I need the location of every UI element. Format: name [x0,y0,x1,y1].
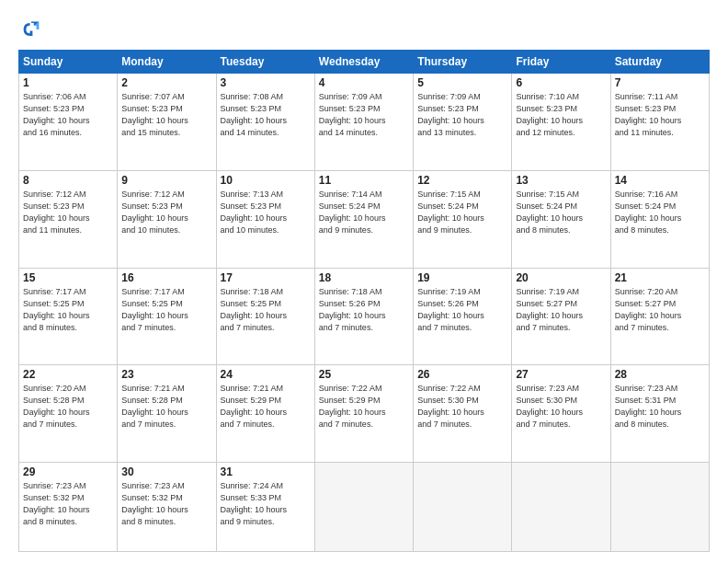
day-info: Sunrise: 7:14 AM Sunset: 5:24 PM Dayligh… [319,189,409,236]
day-number: 4 [319,76,409,89]
calendar-cell: 28Sunrise: 7:23 AM Sunset: 5:31 PM Dayli… [610,365,709,463]
calendar-cell: 27Sunrise: 7:23 AM Sunset: 5:30 PM Dayli… [512,365,610,463]
calendar-header-thursday: Thursday [414,51,512,74]
calendar-week-2: 8Sunrise: 7:12 AM Sunset: 5:23 PM Daylig… [19,170,710,268]
day-number: 18 [319,271,409,284]
calendar-cell: 9Sunrise: 7:12 AM Sunset: 5:23 PM Daylig… [118,170,216,268]
day-number: 16 [121,271,211,284]
calendar-table: SundayMondayTuesdayWednesdayThursdayFrid… [18,50,710,552]
calendar-cell: 24Sunrise: 7:21 AM Sunset: 5:29 PM Dayli… [216,365,314,463]
day-info: Sunrise: 7:12 AM Sunset: 5:23 PM Dayligh… [23,189,113,236]
day-number: 12 [417,174,507,187]
day-number: 25 [319,368,409,381]
calendar-header-row: SundayMondayTuesdayWednesdayThursdayFrid… [19,51,710,74]
day-number: 13 [516,174,606,187]
day-number: 14 [615,174,705,187]
calendar-cell: 4Sunrise: 7:09 AM Sunset: 5:23 PM Daylig… [314,74,413,171]
svg-rect-0 [18,17,44,42]
calendar-cell [314,463,413,552]
calendar-cell: 31Sunrise: 7:24 AM Sunset: 5:33 PM Dayli… [216,463,314,552]
day-info: Sunrise: 7:21 AM Sunset: 5:28 PM Dayligh… [121,383,211,431]
day-info: Sunrise: 7:23 AM Sunset: 5:32 PM Dayligh… [121,480,211,528]
day-number: 26 [417,368,507,381]
day-info: Sunrise: 7:13 AM Sunset: 5:23 PM Dayligh… [221,189,311,236]
day-info: Sunrise: 7:23 AM Sunset: 5:30 PM Dayligh… [516,383,606,431]
day-number: 20 [516,271,606,284]
day-number: 22 [23,368,113,381]
header [18,17,710,42]
day-info: Sunrise: 7:24 AM Sunset: 5:33 PM Dayligh… [221,480,311,528]
calendar-cell: 16Sunrise: 7:17 AM Sunset: 5:25 PM Dayli… [118,268,216,365]
calendar-header-friday: Friday [512,51,610,74]
calendar-cell: 11Sunrise: 7:14 AM Sunset: 5:24 PM Dayli… [314,170,413,268]
logo-icon [18,17,44,42]
calendar-cell: 19Sunrise: 7:19 AM Sunset: 5:26 PM Dayli… [414,268,512,365]
day-number: 6 [516,76,606,89]
calendar-cell: 8Sunrise: 7:12 AM Sunset: 5:23 PM Daylig… [19,170,118,268]
day-info: Sunrise: 7:06 AM Sunset: 5:23 PM Dayligh… [23,91,113,139]
day-number: 27 [516,368,606,381]
calendar-week-1: 1Sunrise: 7:06 AM Sunset: 5:23 PM Daylig… [19,74,710,171]
day-number: 3 [221,76,311,89]
logo [18,17,48,42]
day-info: Sunrise: 7:18 AM Sunset: 5:26 PM Dayligh… [319,286,409,334]
day-info: Sunrise: 7:21 AM Sunset: 5:29 PM Dayligh… [221,383,311,431]
calendar-cell: 25Sunrise: 7:22 AM Sunset: 5:29 PM Dayli… [314,365,413,463]
calendar-cell [414,463,512,552]
day-info: Sunrise: 7:12 AM Sunset: 5:23 PM Dayligh… [121,189,211,236]
day-info: Sunrise: 7:15 AM Sunset: 5:24 PM Dayligh… [516,189,606,236]
day-info: Sunrise: 7:09 AM Sunset: 5:23 PM Dayligh… [319,91,409,139]
day-number: 2 [121,76,211,89]
day-number: 23 [121,368,211,381]
calendar-cell: 12Sunrise: 7:15 AM Sunset: 5:24 PM Dayli… [414,170,512,268]
day-info: Sunrise: 7:19 AM Sunset: 5:27 PM Dayligh… [516,286,606,334]
calendar-cell: 17Sunrise: 7:18 AM Sunset: 5:25 PM Dayli… [216,268,314,365]
day-info: Sunrise: 7:11 AM Sunset: 5:23 PM Dayligh… [615,91,705,139]
day-number: 10 [221,174,311,187]
day-info: Sunrise: 7:22 AM Sunset: 5:30 PM Dayligh… [417,383,507,431]
calendar-cell: 1Sunrise: 7:06 AM Sunset: 5:23 PM Daylig… [19,74,118,171]
day-number: 31 [221,465,311,478]
day-number: 19 [417,271,507,284]
day-number: 8 [23,174,113,187]
calendar-cell: 5Sunrise: 7:09 AM Sunset: 5:23 PM Daylig… [414,74,512,171]
day-info: Sunrise: 7:15 AM Sunset: 5:24 PM Dayligh… [417,189,507,236]
calendar-cell: 3Sunrise: 7:08 AM Sunset: 5:23 PM Daylig… [216,74,314,171]
day-info: Sunrise: 7:10 AM Sunset: 5:23 PM Dayligh… [516,91,606,139]
calendar-header-sunday: Sunday [19,51,118,74]
calendar-week-3: 15Sunrise: 7:17 AM Sunset: 5:25 PM Dayli… [19,268,710,365]
calendar-cell: 14Sunrise: 7:16 AM Sunset: 5:24 PM Dayli… [610,170,709,268]
calendar-cell: 23Sunrise: 7:21 AM Sunset: 5:28 PM Dayli… [118,365,216,463]
calendar-cell: 13Sunrise: 7:15 AM Sunset: 5:24 PM Dayli… [512,170,610,268]
day-number: 1 [23,76,113,89]
day-number: 17 [221,271,311,284]
day-info: Sunrise: 7:16 AM Sunset: 5:24 PM Dayligh… [615,189,705,236]
day-info: Sunrise: 7:23 AM Sunset: 5:31 PM Dayligh… [615,383,705,431]
day-number: 11 [319,174,409,187]
calendar-header-wednesday: Wednesday [314,51,413,74]
day-info: Sunrise: 7:22 AM Sunset: 5:29 PM Dayligh… [319,383,409,431]
calendar-cell: 15Sunrise: 7:17 AM Sunset: 5:25 PM Dayli… [19,268,118,365]
day-info: Sunrise: 7:18 AM Sunset: 5:25 PM Dayligh… [221,286,311,334]
calendar-cell: 29Sunrise: 7:23 AM Sunset: 5:32 PM Dayli… [19,463,118,552]
calendar-cell: 10Sunrise: 7:13 AM Sunset: 5:23 PM Dayli… [216,170,314,268]
day-info: Sunrise: 7:20 AM Sunset: 5:28 PM Dayligh… [23,383,113,431]
calendar-cell: 21Sunrise: 7:20 AM Sunset: 5:27 PM Dayli… [610,268,709,365]
day-info: Sunrise: 7:17 AM Sunset: 5:25 PM Dayligh… [23,286,113,334]
day-number: 28 [615,368,705,381]
day-info: Sunrise: 7:23 AM Sunset: 5:32 PM Dayligh… [23,480,113,528]
calendar-cell: 20Sunrise: 7:19 AM Sunset: 5:27 PM Dayli… [512,268,610,365]
day-number: 29 [23,465,113,478]
calendar-header-monday: Monday [118,51,216,74]
calendar-page: SundayMondayTuesdayWednesdayThursdayFrid… [0,0,728,563]
calendar-cell [610,463,709,552]
day-number: 5 [417,76,507,89]
day-number: 21 [615,271,705,284]
calendar-cell: 2Sunrise: 7:07 AM Sunset: 5:23 PM Daylig… [118,74,216,171]
calendar-cell: 6Sunrise: 7:10 AM Sunset: 5:23 PM Daylig… [512,74,610,171]
day-number: 9 [121,174,211,187]
day-number: 7 [615,76,705,89]
day-info: Sunrise: 7:20 AM Sunset: 5:27 PM Dayligh… [615,286,705,334]
day-info: Sunrise: 7:08 AM Sunset: 5:23 PM Dayligh… [221,91,311,139]
day-info: Sunrise: 7:19 AM Sunset: 5:26 PM Dayligh… [417,286,507,334]
